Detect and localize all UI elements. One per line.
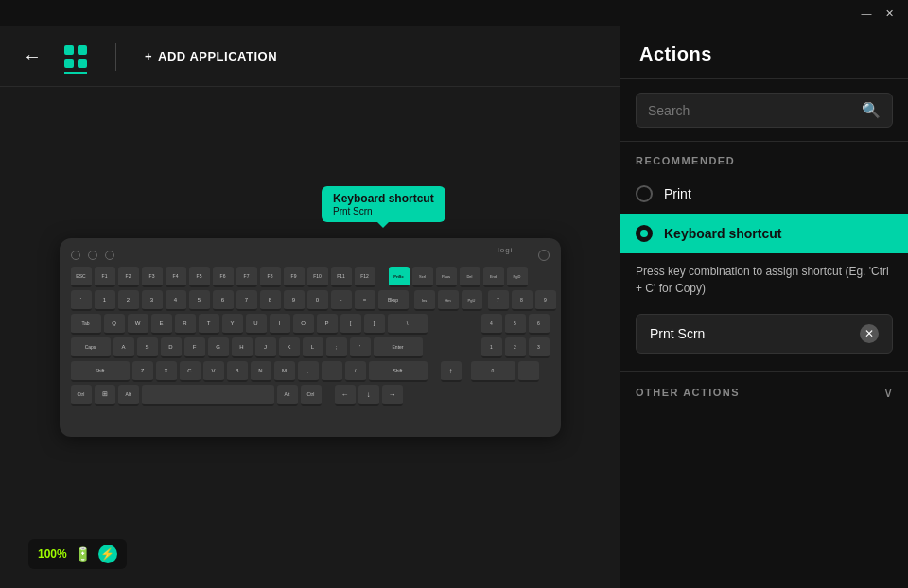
qwerty-key-row: Tab Q W E R T Y U I O P [ ] \	[71, 314, 550, 335]
key-k: K	[279, 337, 300, 358]
key-v: V	[203, 361, 224, 382]
key-f5: F5	[189, 267, 210, 287]
key-down: ↓	[358, 385, 379, 406]
key-u: U	[246, 314, 267, 335]
grid-dot	[64, 45, 74, 55]
key-f: F	[184, 337, 205, 358]
radio-keyboard-shortcut	[636, 225, 653, 242]
key-j: J	[255, 337, 276, 358]
tooltip-subtitle: Prnt Scrn	[333, 206, 434, 216]
key-home: Hm	[438, 290, 459, 311]
key-rbracket: ]	[364, 314, 385, 335]
key-num7: 7	[488, 290, 509, 311]
key-m: M	[274, 361, 295, 382]
key-4: 4	[166, 290, 186, 311]
key-gap	[477, 314, 479, 335]
search-section: 🔍	[620, 79, 908, 142]
battery-icon: 🔋	[75, 546, 91, 562]
top-nav: ← + ADD APPLICATION	[0, 26, 620, 87]
key-a: A	[114, 337, 134, 358]
shortcut-description: Press key combination to assign shortcut…	[620, 253, 908, 306]
key-pause: Paus	[436, 267, 457, 287]
key-w: W	[128, 314, 148, 335]
key-gap	[430, 314, 434, 335]
key-space	[142, 385, 274, 406]
key-f7: F7	[236, 267, 257, 287]
key-gap	[430, 361, 438, 382]
key-t: T	[199, 314, 219, 335]
other-actions-header[interactable]: OTHER ACTIONS ∨	[620, 371, 908, 413]
key-3: 3	[142, 290, 163, 311]
key-gap	[463, 314, 474, 335]
indicator-1	[71, 251, 80, 260]
close-button[interactable]: ✕	[878, 5, 900, 22]
key-rshift: Shift	[369, 361, 428, 382]
key-f6: F6	[213, 267, 234, 287]
key-gap	[449, 314, 460, 335]
key-gap	[324, 385, 332, 406]
key-f11: F11	[331, 267, 352, 287]
key-1: 1	[95, 290, 115, 311]
key-y: Y	[222, 314, 243, 335]
key-tab: Tab	[71, 314, 101, 335]
keyboard-status-row	[71, 250, 550, 261]
bottom-key-row: Ctrl ⊞ Alt Alt Ctrl ← ↓ →	[71, 385, 550, 406]
key-5: 5	[189, 290, 210, 311]
tooltip-title: Keyboard shortcut	[333, 192, 434, 205]
key-f4: F4	[166, 267, 186, 287]
key-del: Del	[460, 267, 480, 287]
key-num8: 8	[512, 290, 533, 311]
panel-title: Actions	[620, 26, 908, 79]
shortcut-clear-button[interactable]: ✕	[860, 324, 879, 343]
search-box[interactable]: 🔍	[636, 93, 893, 128]
action-label-keyboard-shortcut: Keyboard shortcut	[664, 226, 781, 241]
key-minus: -	[331, 290, 352, 311]
back-button[interactable]: ←	[19, 42, 45, 71]
app-icon-grid	[64, 45, 87, 68]
grid-dot	[78, 59, 87, 68]
key-f9: F9	[284, 267, 305, 287]
indicator-2	[88, 251, 97, 260]
chevron-down-icon: ∨	[883, 385, 893, 400]
radio-print	[636, 185, 653, 202]
action-label-print: Print	[664, 186, 691, 201]
key-end: End	[483, 267, 504, 287]
key-f1: F1	[95, 267, 115, 287]
grid-dot	[64, 59, 74, 68]
search-icon: 🔍	[862, 101, 881, 119]
key-period: .	[322, 361, 342, 382]
battery-bar: 100% 🔋 ⚡	[28, 539, 127, 569]
key-pgup: PgU	[462, 290, 482, 311]
key-q: Q	[104, 314, 125, 335]
key-gap	[464, 361, 468, 382]
search-input[interactable]	[648, 103, 854, 118]
key-tooltip: Keyboard shortcut Prnt Scrn	[322, 186, 445, 222]
indicator-3	[105, 251, 114, 260]
key-f8: F8	[260, 267, 281, 287]
key-gap	[378, 267, 386, 287]
key-numdot: .	[518, 361, 539, 382]
minimize-button[interactable]: —	[855, 5, 878, 22]
key-c: C	[180, 361, 201, 382]
key-r: R	[175, 314, 196, 335]
key-g: G	[208, 337, 229, 358]
action-item-keyboard-shortcut[interactable]: Keyboard shortcut	[620, 214, 908, 253]
action-item-print[interactable]: Print	[620, 174, 908, 214]
shortcut-input-box[interactable]: Prnt Scrn ✕	[636, 314, 893, 354]
key-alt: Alt	[118, 385, 139, 406]
power-button[interactable]	[538, 250, 550, 261]
recommended-label: RECOMMENDED	[620, 142, 908, 174]
key-i: I	[270, 314, 290, 335]
key-slash: /	[345, 361, 366, 382]
key-gap	[432, 337, 473, 358]
right-panel: Actions 🔍 RECOMMENDED Print Keyboard sho…	[620, 26, 908, 588]
shift-key-row: Shift Z X C V B N M , . / Shift ↑ 0 .	[71, 361, 550, 382]
key-ctrl: Ctrl	[71, 385, 92, 406]
add-application-button[interactable]: + ADD APPLICATION	[145, 49, 277, 63]
key-num6: 6	[529, 314, 550, 335]
key-num5: 5	[505, 314, 526, 335]
key-up: ↑	[441, 361, 462, 382]
nav-divider	[115, 43, 116, 71]
key-f12: F12	[355, 267, 375, 287]
other-actions-label: OTHER ACTIONS	[636, 387, 740, 398]
